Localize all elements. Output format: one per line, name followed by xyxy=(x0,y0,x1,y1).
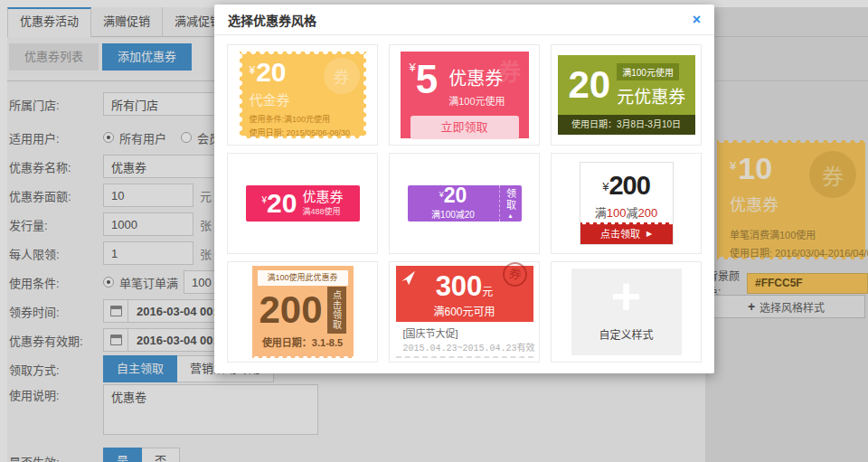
modal-title: 选择优惠券风格 xyxy=(228,11,316,29)
coupon-title: 元优惠券 xyxy=(617,83,685,108)
coupon-title: 优惠券 xyxy=(302,190,343,205)
coupon-date: 使用日期：3月8日-3月10日 xyxy=(558,115,695,135)
amount-number: 20 xyxy=(267,188,297,218)
condition-part: 200 xyxy=(638,206,658,220)
watermark-glyph: 券 xyxy=(507,266,523,283)
coupon-condition: 满600元可用 xyxy=(396,303,533,318)
condition-part: 满 xyxy=(595,206,607,220)
click-claim-button[interactable]: 点击领取 xyxy=(327,287,346,334)
coupon-card: 券 ¥5 优惠券 满100元使用 立即领取 xyxy=(401,52,529,138)
coupon-style-white-red[interactable]: ¥200 满100减200 点击领取 ▶ xyxy=(551,153,702,254)
coupon-condition: 满100使用此优惠券 xyxy=(258,270,348,286)
coupon-condition: 满100元使用 xyxy=(448,93,505,108)
condition-part: 减 xyxy=(627,206,638,220)
coupon-style-purple[interactable]: ¥20 满100减20 领取 ▲ xyxy=(389,153,540,254)
coupon-amount: ¥20 xyxy=(262,190,297,217)
coupon-style-custom[interactable]: + 自定义样式 xyxy=(551,261,702,363)
claim-tab[interactable]: 领取 ▲ xyxy=(499,185,522,222)
amount-number: 5 xyxy=(416,57,438,101)
coupon-date: 使用日期: 2015/05/06-08/30 xyxy=(250,127,356,138)
amount-number: 200 xyxy=(609,171,649,200)
coupon-footer: [国庆节大促] 2015.04.23~2015.04.23有效 xyxy=(396,322,533,358)
plus-icon: + xyxy=(571,269,682,325)
coupon-amount: ¥5 xyxy=(410,61,439,108)
coupon-amount: ¥200 xyxy=(580,171,673,201)
coupon-style-grid: ¥20 代金券 使用条件:满100元使用 使用日期: 2015/05/06-08… xyxy=(214,35,714,373)
coupon-body: ¥20 满100减20 xyxy=(408,185,499,222)
condition-part: 100 xyxy=(607,206,627,220)
coupon-admin-page: 优惠券活动 满赠促销 满减促销 搭配促销 优惠券列表 添加优惠券 所属门店: 适… xyxy=(0,0,868,462)
coupon-condition: 满100减20 xyxy=(431,207,475,221)
amount-number: 20 xyxy=(256,57,286,87)
coupon-card: ¥20 优惠券 满488使用 xyxy=(246,185,360,222)
coupon-watermark-icon: 券 xyxy=(497,53,521,87)
coupon-card: ¥20 满100减20 领取 ▲ xyxy=(408,185,522,222)
coupon-condition: 满100减200 xyxy=(580,203,673,221)
coupon-style-modal: 选择优惠券风格 × ¥20 代金券 使用条件:满100元使用 使用日期: 201… xyxy=(214,5,714,373)
coupon-date: 使用日期：3.1-8.5 xyxy=(256,335,350,349)
coupon-style-olive[interactable]: 20 满100元使用 元优惠券 使用日期：3月8日-3月10日 xyxy=(551,44,702,146)
coupon-body: 20 满100元使用 元优惠券 xyxy=(558,55,695,115)
coupon-text: 优惠券 满488使用 xyxy=(302,190,343,217)
coupon-text: 满100元使用 元优惠券 xyxy=(617,63,685,108)
coupon-card: ¥20 代金券 使用条件:满100元使用 使用日期: 2015/05/06-08… xyxy=(240,52,366,138)
coupon-tag: [国庆节大促] xyxy=(403,325,526,340)
coupon-amount: ¥20 xyxy=(439,186,467,206)
custom-style-card: + 自定义样式 xyxy=(571,269,682,355)
coupon-card: ¥200 满100减200 点击领取 ▶ xyxy=(580,162,674,245)
amount-number: 300 xyxy=(436,270,483,302)
coupon-body: 200 点击领取 xyxy=(256,287,350,334)
amount-number: 20 xyxy=(569,66,611,104)
currency-symbol: ¥ xyxy=(410,61,416,74)
coupon-style-rose[interactable]: ¥20 优惠券 满488使用 xyxy=(227,153,378,254)
coupon-style-pink[interactable]: 券 ¥5 优惠券 满100元使用 立即领取 xyxy=(389,44,540,146)
coupon-validity: 2015.04.23~2015.04.23有效 xyxy=(403,340,526,354)
amount-number: 200 xyxy=(259,291,322,329)
coupon-title: 优惠券 xyxy=(448,64,505,90)
close-icon[interactable]: × xyxy=(693,13,701,27)
coupon-watermark-icon: 券 xyxy=(324,58,360,94)
currency-symbol: ¥ xyxy=(250,64,256,77)
custom-style-label: 自定义样式 xyxy=(571,326,682,342)
coupon-style-red[interactable]: 券 300元 满600元可用 [国庆节大促] 2015.04.23~2015.0… xyxy=(389,261,540,363)
condition-badge: 满100元使用 xyxy=(617,63,679,80)
coupon-condition: 满488使用 xyxy=(302,205,343,217)
coupon-body: 券 300元 满600元可用 xyxy=(396,266,533,322)
coupon-style-peach[interactable]: 满100使用此优惠券 200 点击领取 使用日期：3.1-8.5 xyxy=(227,261,378,363)
coupon-text: 优惠券 满100元使用 xyxy=(448,61,505,108)
claim-now-button[interactable]: 立即领取 xyxy=(410,116,519,139)
coupon-card: 券 300元 满600元可用 [国庆节大促] 2015.04.23~2015.0… xyxy=(396,266,533,358)
triangle-right-icon: ▶ xyxy=(646,230,652,238)
coupon-condition: 使用条件:满100元使用 xyxy=(250,113,356,125)
coupon-style-yellow[interactable]: ¥20 代金券 使用条件:满100元使用 使用日期: 2015/05/06-08… xyxy=(227,44,378,146)
amount-number: 20 xyxy=(444,184,467,207)
triangle-up-icon: ▲ xyxy=(507,212,514,219)
click-claim-button[interactable]: 点击领取 ▶ xyxy=(580,222,673,244)
modal-header: 选择优惠券风格 × xyxy=(214,5,714,35)
coupon-card: 满100使用此优惠券 200 点击领取 使用日期：3.1-8.5 xyxy=(252,266,354,358)
claim-label: 领取 xyxy=(504,188,518,212)
watermark-glyph: 券 xyxy=(334,64,350,88)
amount-unit: 元 xyxy=(482,286,493,298)
claim-label: 点击领取 xyxy=(600,226,640,240)
paper-plane-icon xyxy=(401,270,417,287)
coupon-card: 20 满100元使用 元优惠券 使用日期：3月8日-3月10日 xyxy=(558,55,695,135)
